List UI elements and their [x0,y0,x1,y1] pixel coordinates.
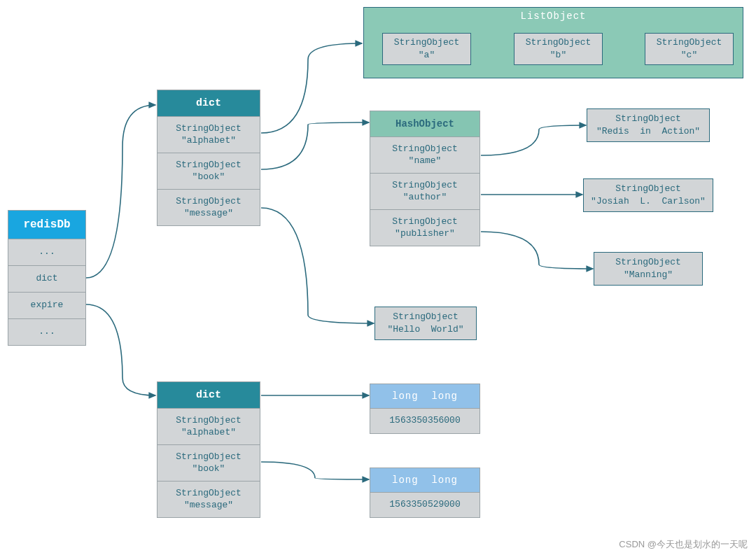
dict1-header: dict [158,90,260,116]
cell-val: "Josiah L. Carlson" [591,195,706,208]
cell-val: "publisher" [395,228,455,240]
string-hello-world: StringObject "Hello World" [374,307,477,340]
dict2-table: dict StringObject "alphabet" StringObjec… [157,381,260,518]
string-josiah: StringObject "Josiah L. Carlson" [583,178,713,212]
cell-type: StringObject [176,488,241,500]
hashobject-table: HashObject StringObject "name" StringObj… [370,111,480,246]
cell-type: StringObject [394,36,460,49]
cell-type: StringObject [392,216,458,228]
cell-val: "Hello World" [387,323,463,336]
cell-val: "author" [403,192,447,204]
cell-type: StringObject [392,180,458,192]
listobject-title: ListObject [364,8,743,22]
cell-type: StringObject [526,36,592,49]
hashobject-row: StringObject "name" [370,136,479,173]
string-redis-in-action: StringObject "Redis in Action" [587,108,710,142]
watermark: CSDN @今天也是划水的一天呢 [619,538,748,551]
dict1-table: dict StringObject "alphabet" StringObjec… [157,90,260,226]
cell-val: "book" [192,171,225,183]
cell-type: StringObject [615,256,681,269]
redisdb-row: expire [8,292,85,318]
cell-val: "Redis in Action" [596,125,700,138]
long1-table: long long 1563350356000 [370,384,480,434]
dict2-row: StringObject "message" [158,481,260,517]
redisdb-table: redisDb ... dict expire ... [8,210,86,346]
long1-value: 1563350356000 [370,408,479,433]
cell-val: "alphabet" [181,135,236,147]
dict2-row: StringObject "alphabet" [158,408,260,444]
cell-type: StringObject [176,196,241,208]
cell-val: "book" [192,463,225,475]
redisdb-row: ... [8,318,85,345]
listobject-item: StringObject "b" [514,33,603,65]
cell-type: StringObject [393,311,458,323]
hashobject-row: StringObject "author" [370,173,479,209]
long1-header: long long [370,384,479,408]
cell-type: StringObject [176,451,241,463]
cell-type: StringObject [615,183,681,195]
cell-type: StringObject [176,415,241,427]
hashobject-header: HashObject [370,111,479,136]
cell-val: "message" [184,500,233,512]
cell-val: "alphabet" [181,427,236,439]
hashobject-row: StringObject "publisher" [370,209,479,246]
cell-val: "Manning" [624,269,673,281]
cell-type: StringObject [657,36,722,49]
cell-val: "b" [550,49,566,62]
cell-type: StringObject [392,143,458,155]
dict1-row: StringObject "alphabet" [158,116,260,153]
dict1-row: StringObject "message" [158,189,260,225]
redisdb-header: redisDb [8,211,85,239]
listobject-item: StringObject "a" [382,33,471,65]
cell-type: StringObject [615,113,681,125]
string-manning: StringObject "Manning" [594,252,703,286]
dict2-row: StringObject "book" [158,444,260,481]
listobject-item: StringObject "c" [645,33,734,65]
cell-type: StringObject [176,160,241,171]
cell-val: "name" [409,155,442,167]
dict2-header: dict [158,382,260,408]
dict1-row: StringObject "book" [158,153,260,189]
cell-val: "a" [419,49,435,62]
cell-val: "c" [681,49,697,62]
redisdb-row: dict [8,265,85,292]
cell-val: "message" [184,208,233,220]
long2-value: 1563350529000 [370,492,479,517]
cell-type: StringObject [176,123,241,135]
long2-header: long long [370,468,479,492]
redisdb-row: ... [8,239,85,265]
long2-table: long long 1563350529000 [370,468,480,518]
